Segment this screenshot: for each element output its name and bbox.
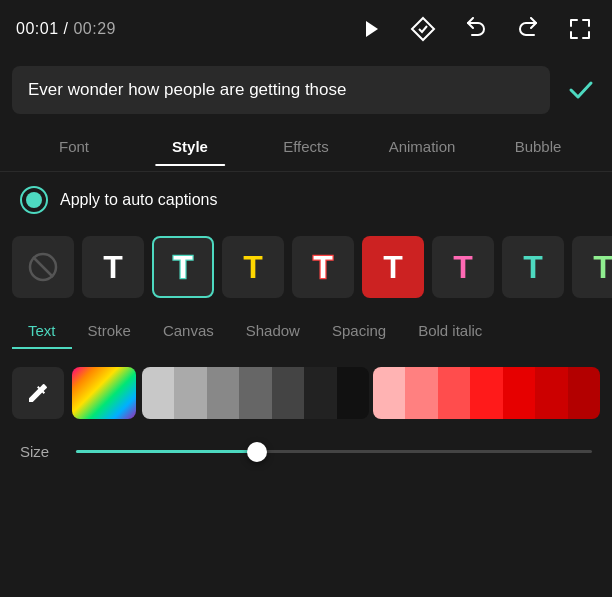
undo-button[interactable] <box>460 13 492 45</box>
auto-captions-label: Apply to auto captions <box>60 191 217 209</box>
no-style-icon <box>27 251 59 283</box>
preset-outline-red-letter: T <box>313 249 333 286</box>
tab-effects[interactable]: Effects <box>248 128 364 165</box>
sub-tab-canvas[interactable]: Canvas <box>147 314 230 349</box>
diamond-check-icon <box>410 16 436 42</box>
color-swatch-gray-2[interactable] <box>174 367 206 419</box>
undo-icon <box>464 17 488 41</box>
check-icon <box>566 75 596 105</box>
size-slider-track[interactable] <box>76 450 592 453</box>
color-swatch-red-1[interactable] <box>373 367 405 419</box>
preset-yellow[interactable]: T <box>222 236 284 298</box>
svg-marker-1 <box>412 18 434 40</box>
size-row: Size <box>0 429 612 474</box>
eyedropper-icon <box>26 381 50 405</box>
color-swatch-gray-5[interactable] <box>272 367 304 419</box>
sub-tabs: Text Stroke Canvas Shadow Spacing Bold i… <box>0 306 612 357</box>
size-label: Size <box>20 443 60 460</box>
auto-captions-row: Apply to auto captions <box>0 172 612 228</box>
red-swatches <box>373 367 600 419</box>
color-swatch-gray-3[interactable] <box>207 367 239 419</box>
sub-tab-shadow[interactable]: Shadow <box>230 314 316 349</box>
play-icon <box>360 18 382 40</box>
play-button[interactable] <box>356 14 386 44</box>
color-swatch-black[interactable] <box>337 367 369 419</box>
tab-bubble[interactable]: Bubble <box>480 128 596 165</box>
color-swatch-gray-1[interactable] <box>142 367 174 419</box>
preset-yellow-letter: T <box>243 249 263 286</box>
color-palette-row <box>0 357 612 429</box>
toggle-inner <box>26 192 42 208</box>
preset-plain[interactable]: T <box>82 236 144 298</box>
color-swatch-red-5[interactable] <box>503 367 535 419</box>
text-input[interactable] <box>12 66 550 114</box>
svg-marker-0 <box>366 21 378 37</box>
preset-pink[interactable]: T <box>432 236 494 298</box>
color-swatch-gray-4[interactable] <box>239 367 271 419</box>
color-swatch-red-7[interactable] <box>568 367 600 419</box>
fullscreen-button[interactable] <box>564 13 596 45</box>
preset-stroke[interactable]: T <box>152 236 214 298</box>
eyedropper-button[interactable] <box>12 367 64 419</box>
preset-none[interactable] <box>12 236 74 298</box>
preset-outline-red[interactable]: T <box>292 236 354 298</box>
sub-tab-stroke[interactable]: Stroke <box>72 314 147 349</box>
preset-cyan[interactable]: T <box>502 236 564 298</box>
preset-pink-letter: T <box>453 249 473 286</box>
rainbow-color-swatch[interactable] <box>72 367 136 419</box>
text-input-row <box>0 58 612 122</box>
auto-captions-toggle[interactable] <box>20 186 48 214</box>
sub-tab-spacing[interactable]: Spacing <box>316 314 402 349</box>
time-current: 00:01 <box>16 20 59 37</box>
top-controls <box>356 12 596 46</box>
sub-tab-bold-italic[interactable]: Bold italic <box>402 314 498 349</box>
style-presets: T T T T T T T T <box>0 228 612 306</box>
time-total: 00:29 <box>73 20 116 37</box>
diamond-check-button[interactable] <box>406 12 440 46</box>
preset-stroke-letter: T <box>173 249 193 286</box>
preset-green-outline-letter: T <box>593 249 612 286</box>
top-bar: 00:01 / 00:29 <box>0 0 612 58</box>
color-swatch-red-3[interactable] <box>438 367 470 419</box>
redo-button[interactable] <box>512 13 544 45</box>
color-swatch-gray-6[interactable] <box>304 367 336 419</box>
preset-bg-red[interactable]: T <box>362 236 424 298</box>
redo-icon <box>516 17 540 41</box>
color-swatch-red-4[interactable] <box>470 367 502 419</box>
confirm-button[interactable] <box>562 71 600 109</box>
tab-font[interactable]: Font <box>16 128 132 165</box>
sub-tab-text[interactable]: Text <box>12 314 72 349</box>
tab-bar: Font Style Effects Animation Bubble <box>0 122 612 172</box>
gray-swatches <box>142 367 369 419</box>
tab-style[interactable]: Style <box>132 128 248 165</box>
preset-green-outline[interactable]: T <box>572 236 612 298</box>
color-swatch-red-2[interactable] <box>405 367 437 419</box>
fullscreen-icon <box>568 17 592 41</box>
size-slider-fill <box>76 450 257 453</box>
preset-cyan-letter: T <box>523 249 543 286</box>
time-separator: / <box>59 20 74 37</box>
color-swatch-red-6[interactable] <box>535 367 567 419</box>
time-display: 00:01 / 00:29 <box>16 20 116 38</box>
preset-bg-red-letter: T <box>383 249 403 286</box>
tab-animation[interactable]: Animation <box>364 128 480 165</box>
size-slider-thumb[interactable] <box>247 442 267 462</box>
svg-line-3 <box>33 257 53 277</box>
preset-plain-letter: T <box>103 249 123 286</box>
